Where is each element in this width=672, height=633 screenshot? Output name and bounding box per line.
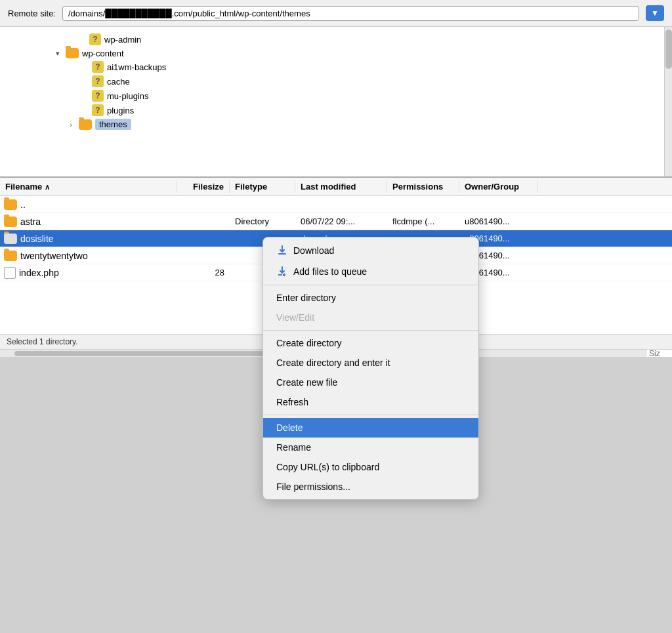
download-icon xyxy=(276,245,288,256)
expand-arrow: ▾ xyxy=(52,49,63,58)
context-menu: Download Add files to queue Enter direct… xyxy=(262,237,479,500)
menu-item-label: Download xyxy=(293,245,334,256)
menu-item-label: Rename xyxy=(276,442,311,453)
col-header-owner[interactable]: Owner/Group xyxy=(459,180,538,193)
tree-item-label: themes xyxy=(95,119,131,130)
file-list-header: Filename ∧ Filesize Filetype Last modifi… xyxy=(0,178,672,196)
menu-item-label: Enter directory xyxy=(276,293,336,303)
file-list-area: Filename ∧ Filesize Filetype Last modifi… xyxy=(0,178,672,357)
context-menu-item-rename[interactable]: Rename xyxy=(263,438,478,457)
remote-site-input[interactable] xyxy=(62,6,639,21)
status-text: Selected 1 directory. xyxy=(7,337,78,346)
file-modified: 06/07/22 09:... xyxy=(295,216,387,226)
file-name: .. xyxy=(20,199,26,210)
tree-item-ai1wm-backups[interactable]: ? ai1wm-backups xyxy=(0,60,672,74)
col-header-filesize[interactable]: Filesize xyxy=(177,180,230,193)
context-menu-item-add-files-to-queue[interactable]: Add files to queue xyxy=(263,261,478,282)
context-menu-item-create-directory-enter[interactable]: Create directory and enter it xyxy=(263,353,478,373)
context-menu-item-download[interactable]: Download xyxy=(263,240,478,261)
file-row-dotdot[interactable]: .. xyxy=(0,196,672,213)
menu-item-label: Create directory and enter it xyxy=(276,357,390,368)
col-header-filename[interactable]: Filename ∧ xyxy=(0,180,177,193)
context-menu-item-create-directory[interactable]: Create directory xyxy=(263,333,478,353)
menu-item-label: Delete xyxy=(276,422,303,433)
menu-separator xyxy=(263,415,478,415)
folder-icon xyxy=(4,199,17,210)
context-menu-item-copy-urls[interactable]: Copy URL(s) to clipboard xyxy=(263,457,478,477)
file-icon xyxy=(4,267,16,279)
file-name: index.php xyxy=(19,268,59,278)
svg-rect-0 xyxy=(278,253,286,255)
remote-site-bar: Remote site: ▼ xyxy=(0,0,672,27)
add-queue-icon xyxy=(276,266,288,277)
folder-icon xyxy=(4,251,17,261)
file-name: astra xyxy=(20,216,41,227)
file-permissions: flcdmpe (... xyxy=(387,216,459,226)
tree-item-label: mu-plugins xyxy=(107,91,149,101)
context-menu-item-view-edit[interactable]: View/Edit xyxy=(263,308,478,327)
menu-item-label: Create new file xyxy=(276,377,337,388)
menu-item-label: File permissions... xyxy=(276,481,350,492)
expand-arrow: › xyxy=(66,121,76,129)
context-menu-item-enter-directory[interactable]: Enter directory xyxy=(263,288,478,308)
folder-icon xyxy=(4,216,17,227)
tree-item-cache[interactable]: ? cache xyxy=(0,74,672,89)
tree-item-label: ai1wm-backups xyxy=(107,62,166,72)
menu-separator xyxy=(263,285,478,285)
question-icon: ? xyxy=(92,61,104,73)
question-icon: ? xyxy=(89,33,101,45)
file-owner: u8061490... xyxy=(459,216,538,226)
file-type: Directory xyxy=(230,216,295,226)
h-scrollbar-thumb xyxy=(14,351,277,356)
menu-item-label: Create directory xyxy=(276,338,342,348)
menu-item-label: Add files to queue xyxy=(293,266,367,277)
file-row-astra[interactable]: astra Directory 06/07/22 09:... flcdmpe … xyxy=(0,213,672,230)
file-name: twentytwentytwo xyxy=(20,251,88,261)
col-header-permissions[interactable]: Permissions xyxy=(387,180,459,193)
tree-item-themes[interactable]: › themes xyxy=(0,117,672,131)
tree-item-wp-admin[interactable]: ? wp-admin xyxy=(0,32,672,47)
context-menu-item-refresh[interactable]: Refresh xyxy=(263,392,478,412)
tree-item-label: cache xyxy=(107,77,130,87)
context-menu-item-create-new-file[interactable]: Create new file xyxy=(263,373,478,392)
menu-item-label: View/Edit xyxy=(276,312,314,323)
menu-item-label: Copy URL(s) to clipboard xyxy=(276,462,379,472)
tree-item-plugins[interactable]: ? plugins xyxy=(0,103,672,117)
dropdown-icon: ▼ xyxy=(651,9,659,18)
file-size: 28 xyxy=(177,268,230,277)
tree-item-label: plugins xyxy=(107,106,134,115)
question-icon: ? xyxy=(92,104,104,116)
right-col-hint: Siz xyxy=(646,350,672,357)
folder-icon xyxy=(4,234,17,244)
folder-icon xyxy=(66,48,79,58)
tree-scrollbar[interactable] xyxy=(664,27,672,176)
remote-site-label: Remote site: xyxy=(8,9,56,18)
col-header-filetype[interactable]: Filetype xyxy=(230,180,295,193)
menu-item-label: Refresh xyxy=(276,397,308,407)
folder-icon xyxy=(79,119,92,130)
file-tree: ? wp-admin ▾ wp-content ? ai1wm-backups … xyxy=(0,27,672,178)
context-menu-item-file-permissions[interactable]: File permissions... xyxy=(263,477,478,497)
menu-separator xyxy=(263,330,478,331)
col-header-lastmodified[interactable]: Last modified xyxy=(295,180,387,193)
tree-item-label: wp-admin xyxy=(104,35,141,45)
context-menu-item-delete[interactable]: Delete xyxy=(263,418,478,438)
question-icon: ? xyxy=(92,90,104,102)
tree-item-label: wp-content xyxy=(82,49,124,58)
tree-item-mu-plugins[interactable]: ? mu-plugins xyxy=(0,89,672,103)
question-icon: ? xyxy=(92,75,104,87)
tree-item-wp-content[interactable]: ▾ wp-content xyxy=(0,47,672,60)
file-name: dosislite xyxy=(20,234,54,244)
remote-site-dropdown-button[interactable]: ▼ xyxy=(646,5,664,21)
scrollbar-thumb xyxy=(665,30,672,69)
